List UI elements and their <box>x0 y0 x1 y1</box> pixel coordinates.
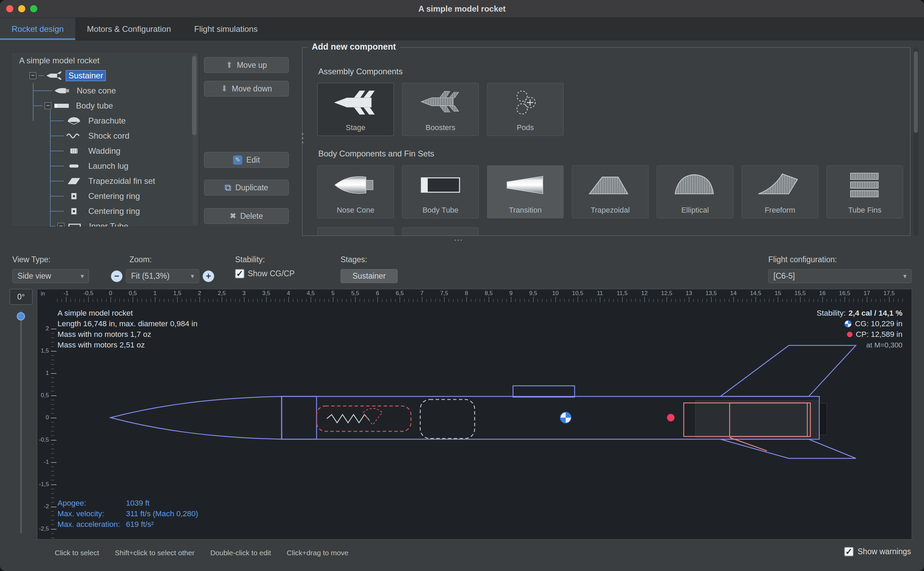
collapse-toggle-icon[interactable]: − <box>29 72 36 79</box>
tab-motors-configuration[interactable]: Motors & Configuration <box>75 18 182 40</box>
nose-shoulder-outline[interactable] <box>282 397 317 439</box>
motor-tube[interactable] <box>695 401 819 437</box>
body-tube-icon <box>402 169 479 201</box>
freeform-fin-icon <box>742 169 818 201</box>
centering-ring-icon <box>66 192 82 201</box>
chevron-down-icon: ▾ <box>898 272 907 280</box>
show-cgcp-checkbox[interactable]: ✓ <box>235 269 244 278</box>
ruler-unit-label: in <box>41 291 45 297</box>
tree-item-wadding[interactable]: Wadding <box>11 144 199 159</box>
tab-flight-simulations[interactable]: Flight simulations <box>183 18 270 40</box>
centering-ring-icon <box>66 207 82 216</box>
status-hints: Click to select Shift+click to select ot… <box>55 548 348 558</box>
stability-value: 2,4 cal / 14,1 % <box>849 308 902 318</box>
panel-scrollbar-thumb[interactable] <box>914 51 918 133</box>
wadding-outline[interactable] <box>420 400 475 438</box>
hint-drag: Click+drag to move <box>287 548 348 558</box>
add-transition-button[interactable]: Transition <box>487 165 564 218</box>
hint-shift-click: Shift+click to select other <box>115 548 195 558</box>
tree-item-launch-lug[interactable]: Launch lug <box>11 159 199 174</box>
add-pods-button[interactable]: Pods <box>487 83 564 136</box>
arrow-up-icon: ⬆ <box>226 61 233 69</box>
edit-button[interactable]: ✎ Edit <box>204 152 289 168</box>
tree-item-rocket-root[interactable]: A simple model rocket <box>11 53 199 68</box>
tree-item-nose-cone[interactable]: Nose cone <box>11 83 199 98</box>
add-tube-fins-button[interactable]: Tube Fins <box>827 165 903 218</box>
zoom-label: Zoom: <box>129 255 214 264</box>
cg-marker <box>560 412 571 423</box>
tree-item-body-tube[interactable]: − Body tube <box>11 98 199 113</box>
add-component-button-clipped-2[interactable] <box>402 227 479 236</box>
horizontal-splitter-grip[interactable]: ⋯ <box>454 235 464 245</box>
rotation-slider-thumb[interactable] <box>17 312 25 320</box>
titlebar: A simple model rocket <box>0 0 924 18</box>
elliptical-fin-icon <box>657 169 733 201</box>
motor-overhang[interactable] <box>819 403 827 435</box>
fin-upper-outline[interactable] <box>721 346 856 397</box>
zoom-out-button[interactable]: − <box>111 270 123 282</box>
apogee-value: 1039 ft <box>126 498 149 508</box>
flight-data-block: Apogee:1039 ft Max. velocity:311 ft/s (M… <box>57 498 198 529</box>
duplicate-button[interactable]: ⧉ Duplicate <box>204 180 289 196</box>
tree-scrollbar-thumb[interactable] <box>192 56 196 135</box>
launch-lug-outline[interactable] <box>513 386 574 397</box>
tree-item-sustainer[interactable]: − Sustainer <box>11 68 199 83</box>
stability-group: Stability: ✓ Show CG/CP <box>235 255 295 278</box>
parachute-outline[interactable] <box>317 406 411 431</box>
show-warnings-control: ✓ Show warnings <box>844 547 911 556</box>
flight-configuration-label: Flight configuration: <box>768 255 912 264</box>
collapse-toggle-icon[interactable]: − <box>57 223 64 227</box>
cg-value: CG: 10,229 in <box>855 318 902 329</box>
tube-fins-icon <box>827 169 903 201</box>
rocket-name: A simple model rocket <box>57 308 197 318</box>
move-up-button[interactable]: ⬆ Move up <box>204 57 289 73</box>
tree-item-inner-tube[interactable]: − Inner Tube <box>11 219 199 227</box>
collapse-toggle-icon[interactable]: − <box>45 102 51 109</box>
add-component-button-clipped-1[interactable] <box>317 227 394 236</box>
add-trapezoidal-fin-button[interactable]: Trapezoidal <box>572 165 648 218</box>
add-elliptical-fin-button[interactable]: Elliptical <box>657 165 733 218</box>
body-tube-icon <box>53 101 70 110</box>
tree-item-centering-ring-1[interactable]: Centering ring <box>11 188 199 204</box>
add-stage-button[interactable]: Stage <box>317 83 394 136</box>
rocket-canvas[interactable]: -1-0,500,511,522,533,544,555,566,577,588… <box>37 289 912 540</box>
nose-cone-outline[interactable] <box>111 397 282 439</box>
move-down-button[interactable]: ⬇ Move down <box>204 81 289 97</box>
tree-item-parachute[interactable]: Parachute <box>11 113 199 128</box>
add-boosters-button[interactable]: Boosters <box>402 83 479 136</box>
rocket-info-block: A simple model rocket Length 16,748 in, … <box>57 308 197 350</box>
tree-guide-line <box>33 83 34 121</box>
tree-item-trapezoidal-fin-set[interactable]: Trapezoidal fin set <box>11 174 199 188</box>
add-nose-cone-button[interactable]: Nose Cone <box>317 165 394 218</box>
flight-configuration-dropdown[interactable]: [C6-5] ▾ <box>768 269 912 283</box>
tree-scrollbar <box>192 54 198 225</box>
tree-item-centering-ring-2[interactable]: Centering ring <box>11 204 199 219</box>
tree-item-shock-cord[interactable]: Shock cord <box>11 128 199 144</box>
component-tree: A simple model rocket − Sustainer Nose c… <box>11 52 199 227</box>
add-component-panel: Assembly Components Stage <box>302 47 910 236</box>
view-type-dropdown[interactable]: Side view ▾ <box>12 269 89 283</box>
shock-cord-line[interactable] <box>327 415 369 423</box>
fin-lower-outline[interactable] <box>721 439 856 458</box>
inner-tube-icon <box>66 222 83 227</box>
show-warnings-checkbox[interactable]: ✓ <box>844 547 853 556</box>
show-warnings-label: Show warnings <box>858 547 911 556</box>
cp-marker <box>667 414 675 421</box>
tab-rocket-design[interactable]: Rocket design <box>0 18 75 40</box>
main-tabbar: Rocket design Motors & Configuration Fli… <box>0 18 924 40</box>
stages-group: Stages: Sustainer <box>340 255 398 283</box>
trapezoidal-fin-icon <box>572 169 648 201</box>
body-components-heading: Body Components and Fin Sets <box>318 149 434 159</box>
add-freeform-fin-button[interactable]: Freeform <box>742 165 818 218</box>
nose-cone-icon <box>54 86 71 95</box>
stage-rocket-icon <box>46 71 62 80</box>
rocket-mass-empty: Mass with no motors 1,7 oz <box>57 329 197 340</box>
delete-button[interactable]: ✖ Delete <box>204 208 289 224</box>
rotation-angle-box[interactable]: 0° <box>9 289 32 305</box>
rotation-slider-track[interactable] <box>20 311 22 533</box>
zoom-in-button[interactable]: + <box>203 270 214 282</box>
zoom-dropdown[interactable]: Fit (51,3%) ▾ <box>126 269 199 283</box>
stage-toggle-sustainer[interactable]: Sustainer <box>340 269 398 283</box>
add-body-tube-button[interactable]: Body Tube <box>402 165 479 218</box>
arrow-down-icon: ⬇ <box>221 85 228 93</box>
